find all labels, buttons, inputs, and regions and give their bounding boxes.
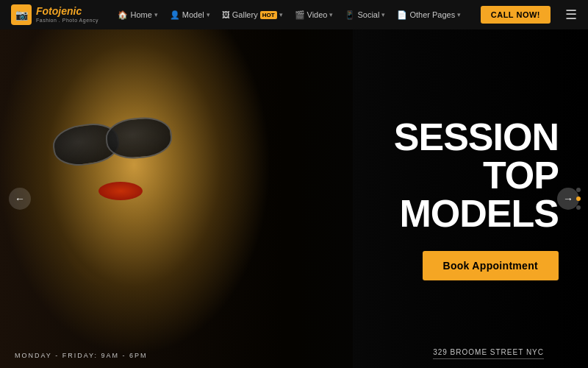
hero-title-line1: SESSION: [394, 116, 559, 158]
book-appointment-button[interactable]: Book Appointment: [423, 251, 559, 280]
nav-label-other: Other Pages: [409, 10, 455, 19]
nav-item-model[interactable]: 👤 Model ▾: [165, 7, 215, 23]
call-now-button[interactable]: CALL NOW!: [481, 6, 551, 24]
model-icon: 👤: [170, 10, 180, 20]
chevron-down-icon: ▾: [279, 11, 283, 18]
navbar: 📷 Fotojenic Fashion . Photo Agency 🏠 Hom…: [0, 0, 588, 29]
nav-label-social: Social: [357, 10, 379, 19]
chevron-down-icon: ▾: [457, 11, 461, 18]
arrow-left-icon: ←: [15, 193, 25, 205]
nav-label-model: Model: [182, 10, 204, 19]
nav-label-home: Home: [130, 10, 151, 19]
chevron-down-icon: ▾: [329, 11, 333, 18]
nav-link-social[interactable]: 📱 Social ▾: [340, 7, 390, 23]
nav-item-gallery[interactable]: 🖼 Gallery HOT ▾: [217, 7, 288, 22]
nav-menu: 🏠 Home ▾ 👤 Model ▾ 🖼 Gallery HOT ▾ 🎬: [112, 7, 466, 23]
chevron-down-icon: ▾: [381, 11, 385, 18]
brand-name: Fotojenic: [36, 6, 98, 17]
brand-tagline: Fashion . Photo Agency: [36, 18, 98, 24]
arrow-right-icon: →: [563, 193, 573, 205]
home-icon: 🏠: [118, 10, 128, 20]
nav-label-gallery: Gallery: [232, 10, 258, 19]
camera-icon: 📷: [15, 9, 28, 21]
business-hours: Monday - Friday: 9AM - 6PM: [15, 352, 148, 359]
nav-link-home[interactable]: 🏠 Home ▾: [112, 7, 162, 23]
slider-arrow-left[interactable]: ←: [9, 188, 31, 210]
nav-link-gallery[interactable]: 🖼 Gallery HOT ▾: [217, 7, 288, 22]
chevron-down-icon: ▾: [207, 11, 210, 18]
hero-title: SESSION TOP MODELS: [320, 118, 559, 233]
hamburger-icon[interactable]: ☰: [565, 7, 577, 23]
nav-item-social[interactable]: 📱 Social ▾: [340, 7, 390, 23]
slider-dot-2[interactable]: [576, 197, 581, 201]
gallery-badge: HOT: [260, 11, 277, 19]
social-icon: 📱: [345, 10, 355, 20]
nav-link-model[interactable]: 👤 Model ▾: [165, 7, 215, 23]
lips-accent: [98, 182, 143, 200]
logo-text: Fotojenic Fashion . Photo Agency: [36, 6, 98, 23]
gallery-icon: 🖼: [222, 10, 230, 19]
hero-content: SESSION TOP MODELS Book Appointment: [306, 29, 588, 368]
slider-dots: [576, 188, 581, 210]
logo[interactable]: 📷 Fotojenic Fashion . Photo Agency: [11, 4, 98, 25]
nav-link-other[interactable]: 📄 Other Pages ▾: [392, 7, 466, 23]
nav-item-home[interactable]: 🏠 Home ▾: [112, 7, 162, 23]
slider-dot-3[interactable]: [576, 205, 581, 210]
hero-title-line2: TOP MODELS: [400, 154, 559, 235]
video-icon: 🎬: [295, 10, 305, 20]
other-icon: 📄: [397, 10, 407, 20]
nav-item-other[interactable]: 📄 Other Pages ▾: [392, 7, 466, 23]
nav-item-video[interactable]: 🎬 Video ▾: [290, 7, 339, 23]
logo-icon: 📷: [11, 4, 32, 25]
nav-label-video: Video: [307, 10, 328, 19]
chevron-down-icon: ▾: [154, 11, 158, 18]
hero-section: SESSION TOP MODELS Book Appointment ← → …: [0, 29, 588, 368]
address: 329 Broome Street NYC: [433, 348, 544, 359]
nav-link-video[interactable]: 🎬 Video ▾: [290, 7, 339, 23]
slider-dot-1[interactable]: [576, 188, 581, 192]
